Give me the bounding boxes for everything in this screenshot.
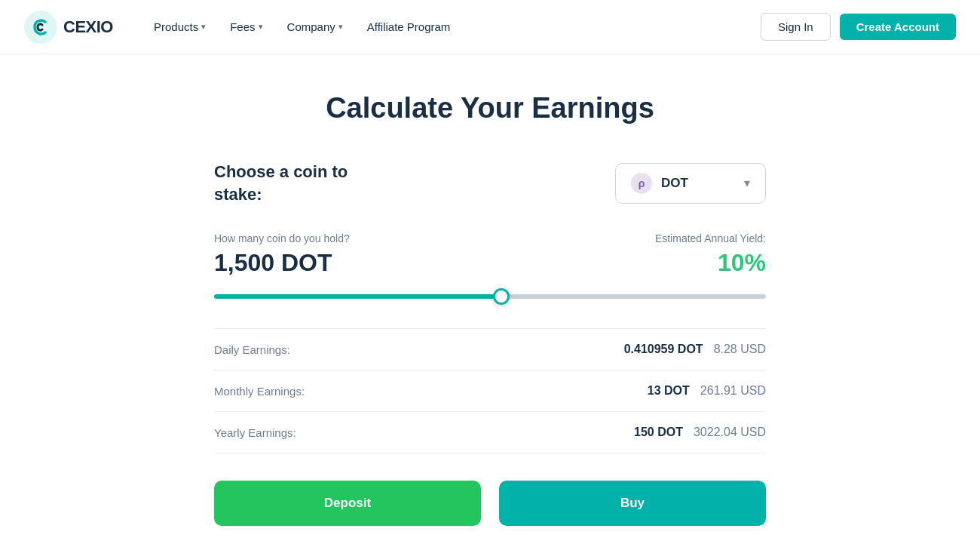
- nav-actions: Sign In Create Account: [761, 13, 956, 41]
- table-row: Yearly Earnings: 150 DOT 3022.04 USD: [214, 412, 766, 453]
- hold-label: How many coin do you hold?: [214, 232, 350, 244]
- yearly-values: 150 DOT 3022.04 USD: [634, 426, 766, 439]
- coin-icon: ρ: [631, 173, 652, 194]
- nav-links: Products ▾ Fees ▾ Company ▾ Affiliate Pr…: [143, 14, 761, 39]
- coin-name: DOT: [661, 176, 735, 191]
- table-row: Daily Earnings: 0.410959 DOT 8.28 USD: [214, 328, 766, 370]
- slider-section: How many coin do you hold? Estimated Ann…: [214, 232, 766, 304]
- navbar: CEXIO Products ▾ Fees ▾ Company ▾ Affili…: [0, 0, 980, 54]
- daily-usd: 8.28 USD: [714, 343, 766, 356]
- daily-dot: 0.410959 DOT: [624, 343, 703, 356]
- choose-coin-row: Choose a coin to stake: ρ DOT ▾: [214, 161, 766, 205]
- yearly-dot: 150 DOT: [634, 426, 683, 439]
- logo-text: CEXIO: [63, 17, 113, 37]
- slider-values: 1,500 DOT 10%: [214, 249, 766, 277]
- logo-icon: [24, 11, 57, 44]
- create-account-button[interactable]: Create Account: [840, 14, 956, 40]
- svg-point-0: [24, 11, 57, 44]
- table-row: Monthly Earnings: 13 DOT 261.91 USD: [214, 370, 766, 412]
- monthly-usd: 261.91 USD: [700, 384, 766, 398]
- cta-row: Deposit Buy: [214, 481, 766, 526]
- main-content: Calculate Your Earnings Choose a coin to…: [196, 54, 784, 547]
- nav-item-fees[interactable]: Fees ▾: [219, 14, 273, 39]
- slider-header: How many coin do you hold? Estimated Ann…: [214, 232, 766, 244]
- nav-item-company[interactable]: Company ▾: [277, 14, 354, 39]
- nav-item-affiliate[interactable]: Affiliate Program: [357, 14, 461, 39]
- dropdown-chevron-icon: ▾: [744, 176, 750, 190]
- hold-amount: 1,500 DOT: [214, 249, 332, 277]
- yearly-usd: 3022.04 USD: [694, 426, 766, 439]
- earnings-table: Daily Earnings: 0.410959 DOT 8.28 USD Mo…: [214, 328, 766, 453]
- monthly-label: Monthly Earnings:: [214, 385, 305, 398]
- coin-dropdown[interactable]: ρ DOT ▾: [615, 163, 766, 204]
- yield-percent: 10%: [718, 249, 766, 277]
- chevron-down-icon: ▾: [201, 22, 206, 32]
- monthly-dot: 13 DOT: [648, 384, 690, 398]
- daily-label: Daily Earnings:: [214, 343, 290, 356]
- slider-wrapper: [214, 289, 766, 304]
- nav-item-products[interactable]: Products ▾: [143, 14, 216, 39]
- signin-button[interactable]: Sign In: [761, 13, 831, 41]
- daily-values: 0.410959 DOT 8.28 USD: [624, 343, 766, 356]
- yield-label: Estimated Annual Yield:: [655, 232, 766, 244]
- yearly-label: Yearly Earnings:: [214, 426, 296, 439]
- logo[interactable]: CEXIO: [24, 11, 113, 44]
- deposit-button[interactable]: Deposit: [214, 481, 481, 526]
- page-title: Calculate Your Earnings: [214, 92, 766, 124]
- chevron-down-icon: ▾: [259, 22, 263, 32]
- choose-label: Choose a coin to stake:: [214, 161, 348, 205]
- monthly-values: 13 DOT 261.91 USD: [648, 384, 766, 398]
- chevron-down-icon: ▾: [338, 22, 343, 32]
- buy-button[interactable]: Buy: [499, 481, 766, 526]
